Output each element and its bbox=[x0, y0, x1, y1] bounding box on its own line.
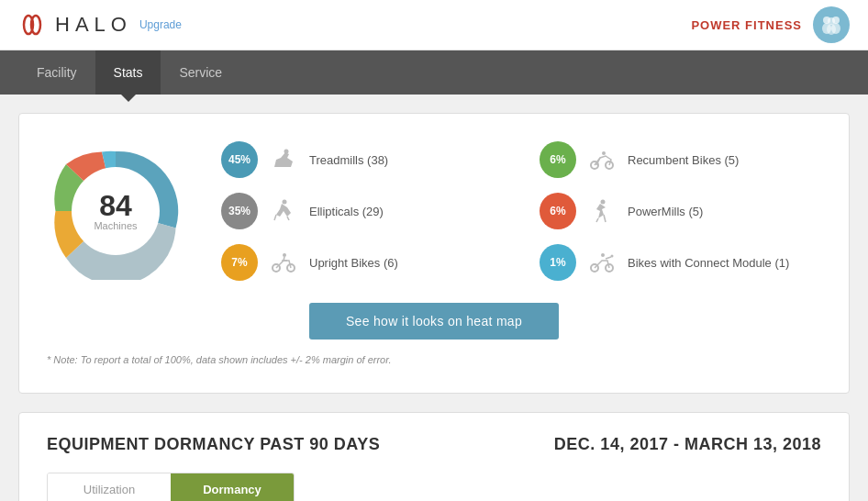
tab-utilization[interactable]: Utilization bbox=[48, 473, 171, 501]
connect-bike-icon bbox=[585, 246, 618, 279]
machine-name: PowerMills (5) bbox=[628, 205, 703, 218]
svg-line-19 bbox=[596, 218, 598, 222]
svg-point-23 bbox=[283, 253, 286, 257]
machine-name: Ellipticals (29) bbox=[309, 205, 384, 218]
svg-line-17 bbox=[287, 217, 289, 220]
list-item: 6% Recumbent Bikes (5) bbox=[540, 141, 821, 178]
total-machines: 84 bbox=[94, 191, 137, 220]
recumbent-icon bbox=[585, 143, 618, 176]
logo: HALO Upgrade bbox=[18, 10, 182, 39]
pct-badge: 6% bbox=[540, 141, 576, 178]
pct-badge: 6% bbox=[540, 193, 576, 229]
tab-dormancy[interactable]: Dormancy bbox=[171, 473, 294, 501]
machine-list: 45% Treadmills (38) 6% Recumbent Bikes (… bbox=[221, 141, 821, 281]
svg-point-7 bbox=[827, 24, 836, 35]
powermill-icon bbox=[585, 195, 618, 228]
svg-line-20 bbox=[604, 215, 606, 222]
list-item: 7% Upright Bikes (6) bbox=[221, 244, 503, 281]
heatmap-button[interactable]: See how it looks on heat map bbox=[309, 303, 559, 340]
avatar-image bbox=[815, 8, 848, 41]
pct-badge: 7% bbox=[221, 244, 258, 281]
pct-badge: 45% bbox=[221, 141, 258, 178]
machine-name: Bikes with Connect Module (1) bbox=[628, 256, 789, 270]
svg-point-10 bbox=[284, 150, 289, 154]
donut-chart: 84 Machines bbox=[47, 142, 184, 280]
logo-text: HALO bbox=[55, 13, 132, 37]
stats-content: 84 Machines 45% Treadmills (38) 6% bbox=[47, 141, 821, 281]
machine-name: Recumbent Bikes (5) bbox=[628, 153, 739, 167]
facility-name: POWER FITNESS bbox=[691, 18, 802, 32]
svg-point-18 bbox=[601, 200, 606, 205]
pct-badge: 35% bbox=[221, 193, 258, 229]
svg-point-13 bbox=[602, 151, 606, 155]
dormancy-tabs: Utilization Dormancy bbox=[47, 473, 295, 501]
upgrade-link[interactable]: Upgrade bbox=[139, 18, 182, 31]
list-item: 6% PowerMills (5) bbox=[540, 193, 821, 229]
elliptical-icon bbox=[267, 195, 300, 228]
treadmill-icon bbox=[267, 143, 300, 176]
machine-name: Treadmills (38) bbox=[309, 153, 388, 167]
dormancy-card: EQUIPMENT DORMANCY PAST 90 DAYS DEC. 14,… bbox=[18, 412, 850, 501]
svg-line-28 bbox=[606, 257, 611, 259]
list-item: 1% Bikes with Connect Module (1) bbox=[540, 244, 821, 281]
donut-center: 84 Machines bbox=[94, 191, 137, 231]
nav-service[interactable]: Service bbox=[161, 50, 240, 95]
app-header: HALO Upgrade POWER FITNESS bbox=[0, 0, 868, 50]
dormancy-header: EQUIPMENT DORMANCY PAST 90 DAYS DEC. 14,… bbox=[47, 435, 821, 454]
logo-icon bbox=[18, 10, 48, 39]
nav-facility[interactable]: Facility bbox=[18, 50, 95, 95]
dormancy-date: DEC. 14, 2017 - MARCH 13, 2018 bbox=[554, 435, 821, 454]
stats-card: 84 Machines 45% Treadmills (38) 6% bbox=[18, 113, 850, 394]
header-left: HALO Upgrade bbox=[18, 10, 182, 39]
stats-note: * Note: To report a total of 100%, data … bbox=[47, 354, 821, 365]
machine-name: Upright Bikes (6) bbox=[309, 256, 398, 270]
main-nav: Facility Stats Service bbox=[0, 50, 868, 95]
dormancy-title: EQUIPMENT DORMANCY PAST 90 DAYS bbox=[47, 435, 380, 454]
svg-point-8 bbox=[828, 17, 835, 25]
svg-line-16 bbox=[274, 215, 276, 220]
heatmap-btn-row: See how it looks on heat map bbox=[47, 303, 821, 340]
list-item: 45% Treadmills (38) bbox=[221, 141, 503, 178]
svg-point-15 bbox=[283, 200, 287, 205]
upright-bike-icon bbox=[267, 246, 300, 279]
header-right: POWER FITNESS bbox=[691, 6, 850, 43]
svg-point-29 bbox=[611, 255, 614, 258]
nav-stats[interactable]: Stats bbox=[95, 50, 161, 95]
avatar bbox=[813, 6, 850, 43]
machines-label: Machines bbox=[94, 220, 137, 231]
pct-badge: 1% bbox=[540, 244, 576, 281]
list-item: 35% Ellipticals (29) bbox=[221, 193, 503, 229]
main-content: 84 Machines 45% Treadmills (38) 6% bbox=[0, 95, 868, 501]
svg-point-27 bbox=[601, 253, 605, 257]
